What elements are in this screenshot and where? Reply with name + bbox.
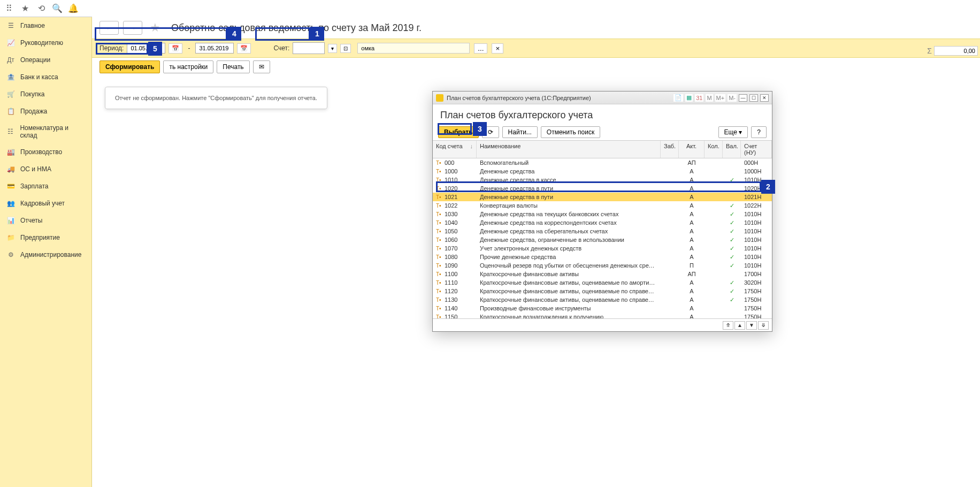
org-clear-button[interactable]: × — [492, 43, 503, 54]
table-row[interactable]: T•000ВспомогательныйАП000Н — [433, 158, 772, 167]
m-plus-button[interactable]: M+ — [715, 94, 726, 102]
maximize-icon[interactable]: ☐ — [749, 94, 758, 102]
mail-button[interactable]: ✉ — [253, 60, 270, 73]
nav-down-icon[interactable]: ▼ — [746, 321, 757, 330]
m-button[interactable]: M — [706, 94, 713, 102]
forward-button[interactable]: → — [123, 21, 142, 35]
sidebar-label-8: ОС и НМА — [20, 165, 51, 173]
table-icon[interactable]: ▦ — [685, 94, 693, 102]
col-nu[interactable]: Счет (НУ) — [741, 141, 772, 158]
period-bar: Период: 📅 - 📅 Счет: ▾ ⊡ ... × — [92, 39, 980, 58]
sidebar-item-10[interactable]: 👥Кадровый учет — [0, 195, 91, 212]
account-open-icon[interactable]: ⊡ — [340, 44, 351, 53]
callout-1: 1 — [310, 27, 324, 41]
table-rows: T•000ВспомогательныйАП000НT•1000Денежные… — [433, 158, 772, 318]
calc-icon[interactable]: 📄 — [673, 94, 683, 102]
col-zab[interactable]: Заб. — [661, 141, 679, 158]
table-row[interactable]: T•1120Краткосрочные финансовые активы, о… — [433, 287, 772, 295]
sidebar-icon-12: 📁 — [6, 233, 15, 242]
search-icon[interactable]: 🔍 — [52, 4, 62, 13]
table-row[interactable]: T•1090Оценочный резерв под убытки от обе… — [433, 261, 772, 270]
sidebar-item-3[interactable]: 🏦Банк и касса — [0, 69, 91, 86]
sigma-icon: Σ — [927, 47, 932, 55]
table-row[interactable]: T•1000Денежные средстваА1000Н — [433, 167, 772, 176]
table-row[interactable]: T•1100Краткосрочные финансовые активыАП1… — [433, 270, 772, 278]
sidebar-item-4[interactable]: 🛒Покупка — [0, 86, 91, 103]
help-button[interactable]: ? — [751, 126, 767, 138]
find-button[interactable]: Найти... — [502, 126, 538, 138]
bell-icon[interactable]: 🔔 — [68, 4, 78, 13]
sidebar-item-12[interactable]: 📁Предприятие — [0, 229, 91, 246]
generate-button[interactable]: Сформировать — [99, 60, 160, 73]
table-row[interactable]: T•1110Краткосрочные финансовые активы, о… — [433, 278, 772, 287]
nav-up-icon[interactable]: ▲ — [734, 321, 745, 330]
period-label: Период: — [99, 44, 124, 52]
table-row[interactable]: T•1040Денежные средства на корреспондент… — [433, 218, 772, 227]
cancel-find-button[interactable]: Отменить поиск — [541, 126, 600, 138]
callout-4: 4 — [227, 27, 241, 41]
sidebar-item-9[interactable]: 💳Зарплата — [0, 178, 91, 195]
calendar-to-icon[interactable]: 📅 — [237, 43, 251, 54]
sigma-value[interactable] — [934, 46, 978, 56]
callout-3: 3 — [473, 122, 487, 136]
sidebar-item-13[interactable]: ⚙Администрирование — [0, 246, 91, 263]
sidebar-item-2[interactable]: ДтОперации — [0, 51, 91, 69]
more-button[interactable]: Еще ▾ — [718, 126, 748, 138]
sidebar-item-0[interactable]: ☰Главное — [0, 17, 91, 34]
sidebar-icon-6: ☷ — [6, 127, 14, 136]
sidebar-icon-7: 🏭 — [6, 148, 15, 156]
table-row[interactable]: T•1010Денежные средства в кассеА✓1010Н — [433, 176, 772, 184]
history-icon[interactable]: ⟲ — [36, 4, 46, 13]
modal-titlebar: План счетов бухгалтерского учета (1С:Пре… — [433, 92, 772, 104]
account-dropdown-icon[interactable]: ▾ — [328, 44, 337, 53]
organization-input[interactable] — [357, 43, 470, 54]
table-row[interactable]: T•1150Краткосрочные вознаграждения к пол… — [433, 313, 772, 318]
col-name[interactable]: Наименование — [477, 141, 661, 158]
header-bar: ← → ★ Оборотно-сальдовая ведомость по сч… — [92, 17, 980, 39]
minimize-icon[interactable]: — — [739, 94, 747, 102]
table-row[interactable]: T•1030Денежные средства на текущих банко… — [433, 210, 772, 218]
table-row[interactable]: T•1130Краткосрочные финансовые активы, о… — [433, 295, 772, 304]
star-icon[interactable]: ★ — [20, 4, 30, 13]
table-row[interactable]: T•1021Денежные средства в путиА1021Н — [433, 193, 772, 201]
sidebar-item-7[interactable]: 🏭Производство — [0, 143, 91, 161]
sidebar-label-4: Покупка — [20, 90, 44, 98]
sidebar-label-9: Зарплата — [20, 182, 49, 190]
sidebar-label-7: Производство — [20, 148, 62, 156]
sidebar-icon-2: Дт — [6, 56, 15, 64]
table-row[interactable]: T•1050Денежные средства на сберегательны… — [433, 227, 772, 235]
calendar-from-icon[interactable]: 📅 — [169, 43, 182, 54]
account-select[interactable] — [293, 42, 325, 54]
sidebar-item-8[interactable]: 🚚ОС и НМА — [0, 161, 91, 178]
col-code[interactable]: Код счета ↓ — [433, 141, 477, 158]
org-ellipsis-button[interactable]: ... — [474, 43, 487, 54]
sidebar-label-2: Операции — [20, 56, 50, 64]
cal-icon[interactable]: 31 — [695, 94, 703, 102]
table-row[interactable]: T•1140Производные финансовые инструменты… — [433, 304, 772, 313]
col-kol[interactable]: Кол. — [705, 141, 723, 158]
m-minus-button[interactable]: M- — [728, 94, 737, 102]
close-icon[interactable]: ✕ — [760, 94, 769, 102]
table-row[interactable]: T•1080Прочие денежные средстваА✓1010Н — [433, 253, 772, 261]
table-row[interactable]: T•1060Денежные средства, ограниченные в … — [433, 235, 772, 244]
sidebar-item-6[interactable]: ☷Номенклатура и склад — [0, 120, 91, 143]
print-button[interactable]: Печать — [217, 60, 249, 73]
sidebar-item-5[interactable]: 📋Продажа — [0, 103, 91, 120]
date-to-input[interactable] — [195, 43, 234, 54]
apps-icon[interactable]: ⠿ — [4, 4, 14, 13]
nav-first-icon[interactable]: ⤊ — [723, 321, 733, 330]
sidebar-item-1[interactable]: 📈Руководителю — [0, 34, 91, 51]
col-akt[interactable]: Акт. — [679, 141, 705, 158]
sidebar-icon-13: ⚙ — [6, 250, 15, 259]
back-button[interactable]: ← — [99, 21, 119, 35]
sidebar-label-0: Главное — [20, 22, 45, 29]
col-val[interactable]: Вал. — [723, 141, 741, 158]
favorite-star-icon[interactable]: ★ — [150, 21, 160, 35]
action-bar: Сформировать ть настройки Печать ✉ — [92, 58, 980, 76]
table-row[interactable]: T•1022Конвертация валютыА✓1022Н — [433, 201, 772, 210]
settings-button[interactable]: ть настройки — [163, 60, 213, 73]
sidebar-item-11[interactable]: 📊Отчеты — [0, 212, 91, 229]
table-row[interactable]: T•1020Денежные средства в путиА1020Н — [433, 184, 772, 193]
table-row[interactable]: T•1070Учет электронных денежных средствА… — [433, 244, 772, 253]
nav-last-icon[interactable]: ⤋ — [758, 321, 769, 330]
